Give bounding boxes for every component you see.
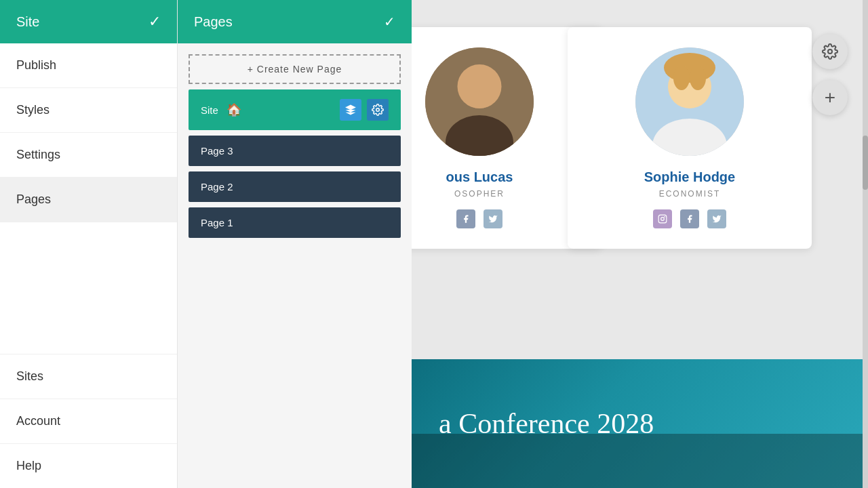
svg-point-9 — [673, 66, 690, 90]
social-facebook-sophie[interactable] — [680, 209, 699, 228]
svg-point-14 — [828, 49, 832, 54]
site-title: Site — [16, 14, 39, 30]
svg-point-0 — [376, 108, 380, 112]
pages-title: Pages — [194, 14, 233, 30]
page-item-page2[interactable]: Page 2 — [189, 171, 401, 202]
social-facebook-lucas[interactable] — [456, 209, 475, 228]
pages-check-icon: ✓ — [384, 14, 395, 30]
pages-panel-header: Pages ✓ — [178, 0, 412, 43]
floating-gear-button[interactable] — [812, 34, 848, 69]
layers-icon-button[interactable] — [340, 99, 361, 121]
left-sidebar: Site ✓ Publish Styles Settings Pages Sit… — [0, 0, 178, 488]
partial-title-lucas: OSOPHER — [454, 189, 505, 199]
svg-point-2 — [459, 68, 500, 108]
page-item-site-label: Site 🏠 — [201, 102, 241, 117]
page-item-site[interactable]: Site 🏠 — [189, 89, 401, 130]
sidebar-item-sites[interactable]: Sites — [0, 354, 177, 399]
social-twitter-lucas[interactable] — [484, 209, 502, 228]
scrollbar-track[interactable] — [863, 0, 868, 488]
partial-name-lucas: ous Lucas — [446, 169, 513, 185]
sidebar-item-styles[interactable]: Styles — [0, 88, 177, 133]
svg-point-10 — [690, 66, 706, 90]
social-twitter-sophie[interactable] — [707, 209, 726, 228]
site-header[interactable]: Site ✓ — [0, 0, 177, 43]
pages-panel: Pages ✓ + Create New Page Site 🏠 — [178, 0, 412, 488]
team-card-socials-sophie — [653, 209, 726, 228]
gear-svg — [372, 104, 384, 116]
sidebar-item-settings[interactable]: Settings — [0, 133, 177, 178]
home-icon: 🏠 — [226, 103, 241, 117]
conference-title: a Conference 2028 — [439, 407, 654, 440]
gear-icon-button[interactable] — [367, 99, 389, 121]
partial-avatar-lucas — [425, 47, 534, 156]
sidebar-item-account[interactable]: Account — [0, 399, 177, 443]
site-check-icon: ✓ — [149, 13, 161, 30]
main-content: ous Lucas OSOPHER Sophie Hodge ECONOMIST — [412, 0, 868, 488]
floating-plus-button[interactable]: + — [812, 80, 848, 115]
page-item-page3[interactable]: Page 3 — [189, 136, 401, 166]
team-card-name-sophie: Sophie Hodge — [644, 169, 735, 185]
svg-point-12 — [661, 218, 665, 221]
create-new-page-button[interactable]: + Create New Page — [189, 54, 401, 84]
svg-rect-11 — [658, 215, 667, 223]
sidebar-spacer — [0, 222, 177, 354]
page-item-page1[interactable]: Page 1 — [189, 207, 401, 238]
avatar-sophie — [635, 47, 744, 156]
svg-point-13 — [664, 216, 665, 218]
sidebar-item-publish[interactable]: Publish — [0, 43, 177, 88]
conference-banner: a Conference 2028 — [412, 359, 868, 488]
social-instagram-sophie[interactable] — [653, 209, 672, 228]
sidebar-item-pages[interactable]: Pages — [0, 178, 177, 222]
svg-rect-4 — [462, 75, 496, 88]
sidebar-item-help[interactable]: Help — [0, 443, 177, 488]
avatar-svg-sophie — [635, 47, 744, 156]
team-card-sophie: Sophie Hodge ECONOMIST — [568, 27, 812, 249]
page-item-icons — [340, 99, 389, 121]
avatar-svg-lucas — [425, 47, 534, 156]
partial-socials-lucas — [456, 209, 502, 228]
layers-svg — [344, 104, 357, 116]
team-card-title-sophie: ECONOMIST — [659, 189, 721, 199]
svg-point-8 — [664, 53, 715, 83]
pages-panel-content: + Create New Page Site 🏠 — [178, 43, 412, 249]
gear-float-icon — [822, 43, 838, 60]
scrollbar-thumb[interactable] — [863, 136, 868, 190]
